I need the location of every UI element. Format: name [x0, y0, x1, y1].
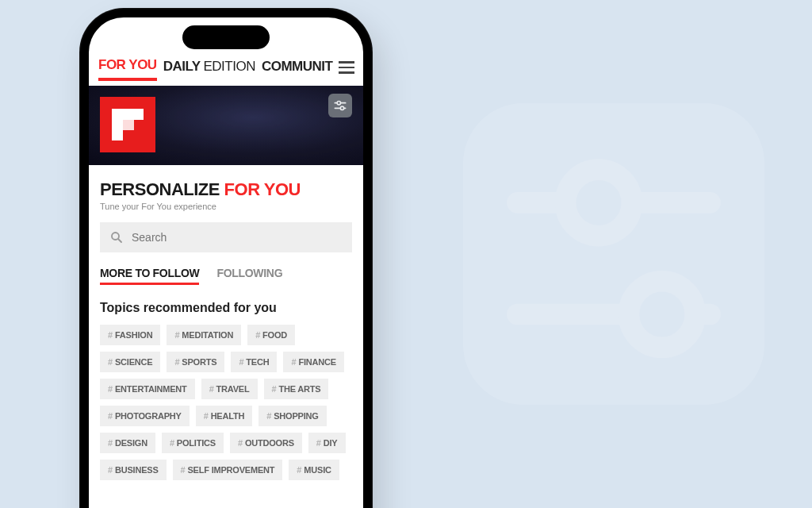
- topic-chip[interactable]: #SCIENCE: [100, 352, 160, 372]
- hash-icon: #: [174, 357, 179, 367]
- topic-chip-label: BUSINESS: [115, 465, 159, 475]
- topic-chip[interactable]: #FASHION: [100, 325, 160, 345]
- topic-chip-label: FINANCE: [298, 357, 336, 367]
- topic-chip[interactable]: #THE ARTS: [264, 379, 329, 399]
- hash-icon: #: [204, 411, 209, 421]
- topic-chip[interactable]: #HEALTH: [196, 406, 253, 426]
- topic-chip[interactable]: #OUTDOORS: [230, 433, 302, 453]
- svg-line-14: [118, 239, 121, 242]
- topic-chip-label: THE ARTS: [278, 384, 320, 394]
- hero-banner: [89, 86, 363, 165]
- hash-icon: #: [297, 465, 301, 475]
- topic-chip[interactable]: #SHOPPING: [259, 406, 326, 426]
- topic-chip-label: OUTDOORS: [245, 438, 294, 448]
- topic-chip-label: FASHION: [115, 330, 153, 340]
- topic-chip[interactable]: #SPORTS: [167, 352, 224, 372]
- search-bar[interactable]: [100, 222, 352, 252]
- topic-chip-label: MUSIC: [304, 465, 331, 475]
- hash-icon: #: [291, 357, 296, 367]
- tab-for-you[interactable]: FOR YOU: [98, 57, 157, 81]
- hamburger-menu-icon[interactable]: [339, 61, 354, 77]
- hash-icon: #: [170, 438, 174, 448]
- topic-chip[interactable]: #MEDITATION: [167, 325, 241, 345]
- hash-icon: #: [238, 438, 243, 448]
- hash-icon: #: [266, 411, 271, 421]
- topic-chip-label: HEALTH: [211, 411, 245, 421]
- search-icon: [109, 230, 124, 244]
- hash-icon: #: [239, 357, 243, 367]
- topic-chip-label: FOOD: [262, 330, 287, 340]
- topic-chip[interactable]: #SELF IMPROVEMENT: [173, 460, 283, 480]
- content-area: PERSONALIZE FOR YOU Tune your For You ex…: [89, 165, 363, 480]
- hash-icon: #: [108, 357, 113, 367]
- svg-rect-0: [463, 103, 764, 405]
- hash-icon: #: [181, 465, 186, 475]
- hash-icon: #: [108, 465, 113, 475]
- topic-chip-label: PHOTOGRAPHY: [115, 411, 182, 421]
- topic-chip-label: TRAVEL: [216, 384, 250, 394]
- topic-chip-label: MEDITATION: [182, 330, 233, 340]
- topic-chip[interactable]: #TECH: [231, 352, 277, 372]
- topic-chip-label: SPORTS: [182, 357, 216, 367]
- topic-chip[interactable]: #DESIGN: [100, 433, 155, 453]
- subtab-following[interactable]: FOLLOWING: [216, 267, 282, 285]
- svg-point-4: [629, 281, 695, 348]
- hash-icon: #: [108, 411, 113, 421]
- dynamic-island: [182, 25, 270, 49]
- search-input[interactable]: [132, 231, 343, 244]
- svg-point-2: [565, 170, 632, 237]
- hash-icon: #: [209, 384, 214, 394]
- subtab-more-to-follow[interactable]: MORE TO FOLLOW: [100, 267, 199, 285]
- topic-chip-label: DESIGN: [115, 438, 147, 448]
- topic-chip[interactable]: #FINANCE: [283, 352, 343, 372]
- topic-chip-label: SCIENCE: [115, 357, 153, 367]
- topic-chip-label: DIY: [324, 438, 338, 448]
- phone-screen: FOR YOU DAILY EDITION COMMUNIT: [89, 17, 363, 508]
- topic-chip[interactable]: #BUSINESS: [100, 460, 167, 480]
- follow-subtabs: MORE TO FOLLOW FOLLOWING: [100, 267, 352, 285]
- svg-point-10: [337, 102, 340, 105]
- topic-chip[interactable]: #DIY: [308, 433, 346, 453]
- topic-chip[interactable]: #TRAVEL: [201, 379, 258, 399]
- topic-chip-label: TECH: [246, 357, 269, 367]
- page-subtitle: Tune your For You experience: [100, 202, 352, 211]
- hash-icon: #: [174, 330, 179, 340]
- topic-chip[interactable]: #POLITICS: [162, 433, 224, 453]
- hash-icon: #: [108, 438, 113, 448]
- phone-frame: FOR YOU DAILY EDITION COMMUNIT: [79, 8, 373, 508]
- tab-community[interactable]: COMMUNIT: [262, 59, 332, 79]
- svg-rect-8: [123, 120, 134, 130]
- topic-chip-label: POLITICS: [177, 438, 216, 448]
- topic-chip-list: #FASHION#MEDITATION#FOOD#SCIENCE#SPORTS#…: [100, 325, 352, 480]
- personalize-settings-button[interactable]: [328, 94, 352, 117]
- topic-chip[interactable]: #FOOD: [247, 325, 295, 345]
- topic-chip-label: SELF IMPROVEMENT: [187, 465, 274, 475]
- topic-chip[interactable]: #ENTERTAINMENT: [100, 379, 195, 399]
- topic-chip[interactable]: #MUSIC: [289, 460, 339, 480]
- topic-chip-label: SHOPPING: [274, 411, 318, 421]
- hash-icon: #: [108, 330, 113, 340]
- topic-chip-label: ENTERTAINMENT: [115, 384, 187, 394]
- page-title: PERSONALIZE FOR YOU: [100, 179, 352, 200]
- svg-point-12: [340, 106, 343, 110]
- svg-rect-6: [112, 109, 123, 140]
- tab-daily-edition[interactable]: DAILY EDITION: [163, 59, 255, 79]
- section-heading: Topics recommended for you: [100, 301, 352, 315]
- svg-rect-7: [123, 109, 144, 120]
- hash-icon: #: [255, 330, 260, 340]
- flipboard-logo-icon[interactable]: [100, 97, 155, 152]
- hash-icon: #: [316, 438, 321, 448]
- settings-sliders-illustration: [463, 103, 764, 405]
- hash-icon: #: [108, 384, 113, 394]
- topic-chip[interactable]: #PHOTOGRAPHY: [100, 406, 190, 426]
- hash-icon: #: [272, 384, 277, 394]
